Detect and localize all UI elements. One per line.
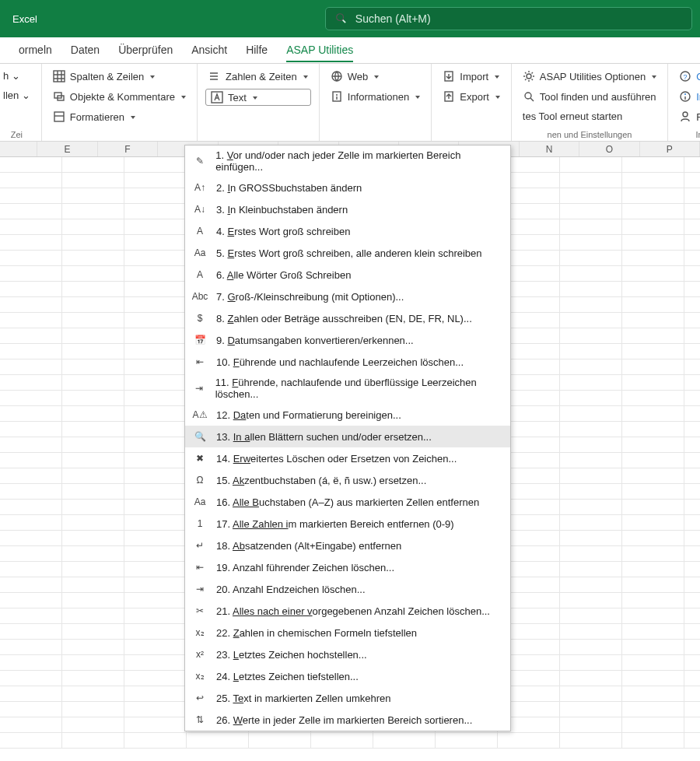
cell[interactable]	[560, 188, 622, 204]
cell[interactable]	[560, 406, 622, 422]
cell[interactable]	[124, 204, 187, 219]
cell[interactable]	[684, 406, 700, 422]
cell[interactable]	[560, 313, 622, 328]
cell[interactable]	[0, 157, 62, 173]
cell[interactable]	[560, 500, 622, 515]
cell[interactable]	[0, 671, 62, 686]
cell[interactable]	[622, 500, 684, 515]
cell[interactable]	[684, 593, 700, 608]
cell[interactable]	[124, 702, 187, 717]
cell[interactable]	[684, 500, 700, 515]
cell[interactable]	[0, 422, 62, 437]
cell[interactable]	[124, 422, 187, 437]
col-P[interactable]: P	[640, 142, 700, 156]
cell[interactable]	[622, 593, 684, 608]
menu-item-7[interactable]: Abc7. Groß-/Kleinschreibung (mit Optione…	[185, 286, 510, 307]
cell[interactable]	[0, 406, 62, 422]
cell[interactable]	[0, 375, 62, 391]
cell[interactable]	[62, 297, 124, 313]
cell[interactable]	[684, 515, 700, 531]
cell[interactable]	[684, 717, 700, 733]
cell[interactable]	[622, 328, 684, 344]
cell[interactable]	[62, 422, 124, 437]
cell[interactable]	[684, 251, 700, 266]
cell[interactable]	[560, 577, 622, 593]
cell[interactable]	[684, 437, 700, 453]
cell[interactable]	[622, 546, 684, 562]
cell[interactable]	[0, 640, 62, 655]
ribbon-btn-information[interactable]: Informationen	[327, 89, 424, 104]
cell[interactable]	[0, 624, 62, 640]
cell[interactable]	[622, 437, 684, 453]
cell[interactable]	[62, 406, 124, 422]
cell[interactable]	[560, 640, 622, 655]
cell[interactable]	[436, 733, 498, 749]
cell[interactable]	[62, 733, 124, 749]
cell[interactable]	[560, 219, 622, 235]
cell[interactable]	[62, 546, 124, 562]
cell[interactable]	[124, 391, 187, 406]
cell[interactable]	[124, 157, 187, 173]
cell[interactable]	[0, 484, 62, 500]
cell[interactable]	[684, 531, 700, 546]
cell[interactable]	[684, 546, 700, 562]
cell[interactable]	[622, 359, 684, 375]
cell[interactable]	[684, 577, 700, 593]
cell[interactable]	[124, 686, 187, 702]
cell[interactable]	[622, 375, 684, 391]
menu-item-26[interactable]: ⇅26. Werte in jeder Zelle im markierten …	[185, 709, 510, 731]
cell[interactable]	[560, 531, 622, 546]
menu-item-21[interactable]: ✂21. Alles nach einer vorgegebenen Anzah…	[185, 600, 510, 622]
cell[interactable]	[684, 391, 700, 406]
cell[interactable]	[684, 219, 700, 235]
cell[interactable]	[0, 313, 62, 328]
ribbon-btn-g1a[interactable]: h ⌄	[0, 68, 33, 83]
cell[interactable]	[62, 328, 124, 344]
cell[interactable]	[622, 484, 684, 500]
cell[interactable]	[124, 640, 187, 655]
cell[interactable]	[0, 468, 62, 484]
ribbon-btn-objects-comments[interactable]: Objekte & Kommentare	[50, 89, 189, 104]
cell[interactable]	[0, 577, 62, 593]
menu-item-17[interactable]: 117. Alle Zahlen im markierten Bereich e…	[185, 513, 510, 535]
menu-item-16[interactable]: Aa16. Alle Buchstaben (A–Z) aus markiert…	[185, 491, 510, 513]
cell[interactable]	[124, 219, 187, 235]
menu-item-11[interactable]: ⇥11. Führende, nachlaufende und überflüs…	[185, 373, 510, 404]
cell[interactable]	[560, 468, 622, 484]
cell[interactable]	[684, 375, 700, 391]
col-O[interactable]: O	[579, 142, 639, 156]
cell[interactable]	[0, 702, 62, 717]
cell[interactable]	[0, 593, 62, 608]
tab-asap utilities[interactable]: ASAP Utilities	[286, 39, 353, 62]
ribbon-btn-registered[interactable]: Registrierte Ve	[676, 109, 700, 124]
cell[interactable]	[684, 702, 700, 717]
cell[interactable]	[62, 702, 124, 717]
cell[interactable]	[124, 593, 187, 608]
cell[interactable]	[124, 671, 187, 686]
cell[interactable]	[0, 219, 62, 235]
cell[interactable]	[124, 515, 187, 531]
cell[interactable]	[622, 406, 684, 422]
cell[interactable]	[684, 297, 700, 313]
cell[interactable]	[124, 406, 187, 422]
cell[interactable]	[684, 484, 700, 500]
cell[interactable]	[560, 624, 622, 640]
cell[interactable]	[622, 297, 684, 313]
cell[interactable]	[622, 157, 684, 173]
cell[interactable]	[124, 437, 187, 453]
cell[interactable]	[684, 655, 700, 671]
cell[interactable]	[124, 500, 187, 515]
cell[interactable]	[560, 235, 622, 251]
cell[interactable]	[0, 359, 62, 375]
cell[interactable]	[622, 344, 684, 359]
cell[interactable]	[62, 375, 124, 391]
cell[interactable]	[684, 468, 700, 484]
cell[interactable]	[560, 671, 622, 686]
cell[interactable]	[560, 157, 622, 173]
cell[interactable]	[684, 344, 700, 359]
cell[interactable]	[560, 515, 622, 531]
ribbon-btn-import[interactable]: Import	[439, 68, 503, 84]
cell[interactable]	[0, 562, 62, 577]
menu-item-19[interactable]: ⇤19. Anzahl führender Zeichen löschen...	[185, 556, 510, 578]
cell[interactable]	[498, 733, 560, 749]
